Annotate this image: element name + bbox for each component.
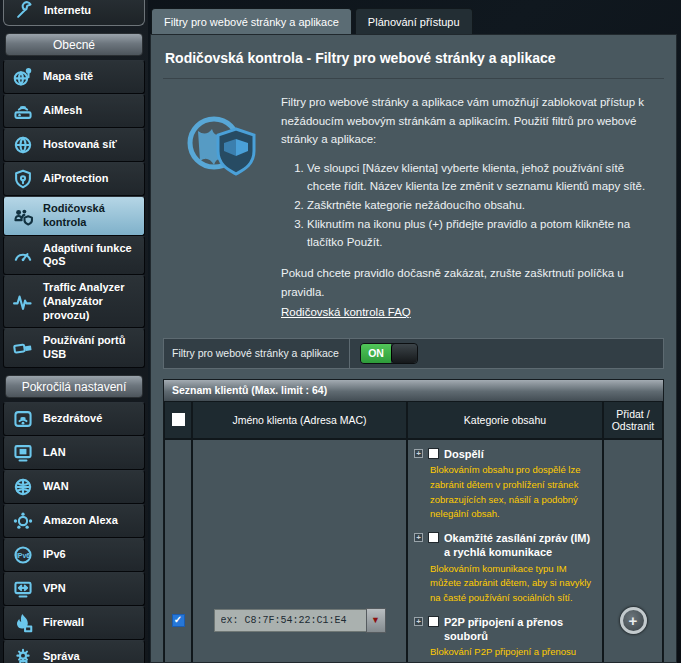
globe-shield-icon [184,111,260,322]
sidebar-item-traffic-analyzer[interactable]: Traffic Analyzer (Analyzátor provozu) [3,275,145,328]
intro-step: Ve sloupci [Název klienta] vyberte klien… [307,159,658,196]
client-mac-input[interactable] [214,609,366,632]
category-description: Blokování P2P připojení a přenosu soubor… [414,643,594,663]
sidebar-item-label: AiProtection [43,172,108,186]
sidebar-item-quick-internet-setup[interactable]: Internetu [3,0,145,26]
wireless-icon [12,408,34,430]
sidebar-item-label: Firewall [43,616,84,630]
sidebar-item-network-map[interactable]: Mapa sítě [3,60,145,94]
intro-paragraph: Filtry pro webové stránky a aplikace vám… [281,93,658,149]
firewall-flame-icon [12,612,34,634]
category-checkbox-p2p[interactable] [428,616,439,627]
svg-text:IPv6: IPv6 [16,552,30,559]
table-entry-row: ✓ ▼ + Dospělí [164,439,663,663]
category-checkbox-adult[interactable] [428,448,439,459]
traffic-wave-icon [12,291,34,313]
sidebar-item-label: Hostovaná síť [43,138,117,152]
intro-step: Kliknutím na ikonu plus (+) přidejte pra… [307,215,658,252]
sidebar-item-vpn[interactable]: VPN [3,572,145,606]
table-title: Seznam klientů (Max. limit : 64) [164,380,663,401]
sidebar-item-label: Mapa sítě [43,70,93,84]
sidebar-item-adaptive-qos[interactable]: Adaptivní funkce QoS [3,236,145,276]
content-panel: Rodičovská kontrola - Filtry pro webové … [150,34,677,663]
alexa-icon [12,510,34,532]
sidebar-section-general: Obecné [5,33,143,56]
title-divider [163,78,664,79]
sidebar-item-amazon-alexa[interactable]: Amazon Alexa [3,504,145,538]
sidebar-item-aiprotection[interactable]: AiProtection [3,162,145,196]
wan-globe-icon [12,476,34,498]
vpn-monitor-icon [12,578,34,600]
expand-icon[interactable]: + [414,449,423,458]
router-admin-app: Internetu Obecné Mapa sítě AiMesh Hostov… [0,0,681,663]
category-label: Okamžité zasílání zpráv (IM) a rychlá ko… [444,531,594,560]
ipv6-icon: IPv6 [12,544,34,566]
expand-icon[interactable]: + [414,533,423,542]
sidebar-item-label: IPv6 [43,548,66,562]
category-description: Blokováním obsahu pro dospělé lze zabrán… [414,461,594,522]
client-dropdown-button[interactable]: ▼ [366,608,386,633]
toggle-knob [391,344,417,363]
category-item-adult: + Dospělí Blokováním obsahu pro dospělé … [414,447,594,522]
usb-icon [12,337,34,359]
category-label: Dospělí [444,447,484,461]
sidebar-item-label: Adaptivní funkce QoS [43,242,140,270]
sidebar-item-label: Amazon Alexa [43,514,118,528]
client-list-table: Seznam klientů (Max. limit : 64) Jméno k… [163,379,664,663]
tab-access-scheduling[interactable]: Plánování přístupu [355,8,473,34]
tab-bar: Filtry pro webové stránky a aplikace Plá… [150,8,677,34]
sidebar-item-label: Rodičovská kontrola [43,202,140,230]
sidebar-item-wan[interactable]: WAN [3,470,145,504]
sidebar-item-label: LAN [43,446,66,460]
sidebar-item-label: Používání portů USB [43,334,140,362]
category-checkbox-im[interactable] [428,532,439,543]
sidebar-item-parental-control[interactable]: Rodičovská kontrola [3,196,145,236]
client-mac-combo: ▼ [214,608,386,633]
sidebar-item-label: Bezdrátové [43,412,102,426]
sidebar-item-label: Internetu [44,4,91,16]
tab-web-app-filters[interactable]: Filtry pro webové stránky a aplikace [151,8,352,34]
sidebar-item-usb[interactable]: Používání portů USB [3,328,145,368]
filter-toggle-label: Filtry pro webové stránky a aplikace [164,339,350,368]
intro-note: Pokud chcete pravidlo dočasně zakázat, z… [281,264,658,301]
column-header-add-remove: Přidat / Odstranit [603,401,663,439]
category-item-im: + Okamžité zasílání zpráv (IM) a rychlá … [414,531,594,606]
select-all-checkbox[interactable] [172,413,185,426]
admin-gear-icon [12,646,34,663]
qos-gauge-icon [12,244,34,266]
sidebar-item-firewall[interactable]: Firewall [3,606,145,640]
intro-steps: Ve sloupci [Název klienta] vyberte klien… [307,159,658,252]
shield-lock-icon [12,168,34,190]
column-header-content-category: Kategorie obsahu [407,401,603,439]
sidebar-item-label: WAN [43,480,69,494]
parental-control-icon [12,205,34,227]
toggle-state-text: ON [361,344,391,363]
rule-enabled-checkbox[interactable]: ✓ [172,614,185,627]
expand-icon[interactable]: + [414,617,423,626]
sidebar-item-administration[interactable]: Správa [3,640,145,663]
lan-port-icon [12,442,34,464]
column-header-client-name: Jméno klienta (Adresa MAC) [192,401,407,439]
category-item-p2p: + P2P připojení a přenos souborů Bloková… [414,615,594,663]
add-rule-button[interactable]: + [620,607,647,634]
parental-control-faq-link[interactable]: Rodičovská kontrola FAQ [281,303,411,322]
guest-network-globe-icon [12,134,34,156]
sidebar-item-label: Správa [43,650,80,663]
sidebar-section-advanced: Pokročilá nastavení [5,375,143,398]
sidebar-item-label: VPN [43,582,66,596]
sidebar-item-label: AiMesh [43,104,82,118]
sidebar-item-ipv6[interactable]: IPv6 IPv6 [3,538,145,572]
aimesh-router-icon [12,100,34,122]
filter-toggle-row: Filtry pro webové stránky a aplikace ON [163,338,664,369]
page-title: Rodičovská kontrola - Filtry pro webové … [165,49,585,68]
sidebar-item-lan[interactable]: LAN [3,436,145,470]
sidebar: Internetu Obecné Mapa sítě AiMesh Hostov… [0,0,148,663]
sidebar-item-guest-network[interactable]: Hostovaná síť [3,128,145,162]
sidebar-item-aimesh[interactable]: AiMesh [3,94,145,128]
sidebar-item-wireless[interactable]: Bezdrátové [3,402,145,436]
table-header-row: Jméno klienta (Adresa MAC) Kategorie obs… [164,401,663,439]
filter-on-off-toggle[interactable]: ON [360,343,418,364]
intro-step: Zaškrtněte kategorie nežádoucího obsahu. [307,196,658,215]
wrench-icon [14,0,36,21]
main-area: Filtry pro webové stránky a aplikace Plá… [148,0,681,663]
